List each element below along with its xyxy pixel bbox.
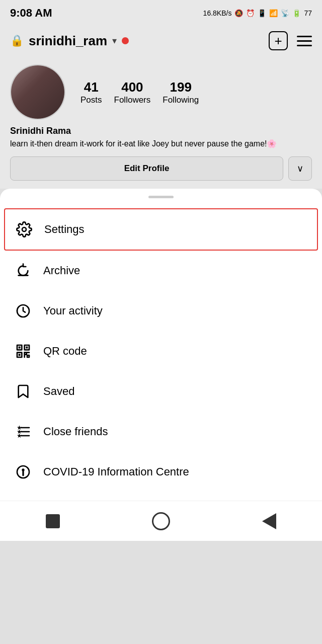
profile-name: Srinidhi Rama: [10, 126, 312, 136]
followers-label: Followers: [114, 95, 151, 105]
avatar-image: [11, 65, 64, 119]
menu-item-covid[interactable]: COVID-19 Information Centre: [0, 452, 322, 492]
saved-icon: [14, 382, 32, 400]
posts-label: Posts: [80, 95, 102, 105]
settings-icon: [15, 220, 33, 238]
nav-back-button[interactable]: [46, 514, 60, 528]
svg-point-21: [23, 469, 24, 471]
wifi-icon: 📡: [281, 9, 289, 17]
followers-count: 400: [121, 79, 143, 95]
settings-label: Settings: [44, 223, 85, 236]
lock-icon: 🔒: [10, 34, 24, 47]
add-content-button[interactable]: +: [269, 31, 288, 50]
header-right: +: [269, 31, 312, 50]
menu-item-activity[interactable]: Your activity: [0, 291, 322, 331]
activity-label: Your activity: [43, 304, 103, 317]
menu-item-qrcode[interactable]: QR code: [0, 331, 322, 371]
status-time: 9:08 AM: [10, 7, 52, 20]
sheet-handle: [148, 196, 174, 198]
svg-rect-11: [27, 355, 29, 357]
nav-recent-button[interactable]: [262, 513, 276, 529]
battery-icon: 🔋: [292, 9, 301, 17]
close-friends-label: Close friends: [43, 425, 108, 438]
notification-dot: [122, 37, 129, 44]
following-count: 199: [170, 79, 191, 95]
svg-rect-6: [19, 347, 21, 349]
menu-item-saved[interactable]: Saved: [0, 371, 322, 412]
profile-section: 41 Posts 400 Followers 199 Following Sri…: [0, 57, 322, 189]
svg-rect-7: [26, 347, 28, 349]
square-icon: [46, 514, 60, 528]
profile-bio: learn it-then dream it-work for it-eat l…: [10, 138, 312, 149]
edit-profile-button[interactable]: Edit Profile: [10, 156, 283, 181]
qr-code-icon: [14, 342, 32, 360]
following-stat[interactable]: 199 Following: [163, 79, 199, 105]
nav-home-button[interactable]: [152, 512, 170, 530]
posts-stat[interactable]: 41 Posts: [80, 79, 102, 105]
network-speed: 16.8KB/s: [203, 9, 232, 17]
battery-level: 77: [304, 9, 312, 17]
mute-icon: 🔕: [234, 9, 243, 17]
archive-icon: [14, 262, 32, 280]
menu-button[interactable]: [297, 36, 312, 46]
archive-label: Archive: [43, 264, 80, 277]
profile-header: 🔒 srinidhi_ram ▾ +: [0, 26, 322, 57]
edit-profile-row: Edit Profile ∨: [10, 156, 312, 181]
plus-icon: +: [274, 33, 282, 49]
status-icons: 16.8KB/s 🔕 ⏰ 📱 📶 📡 🔋 77: [203, 9, 312, 17]
saved-label: Saved: [43, 385, 74, 398]
bottom-sheet: Settings Archive Your activity: [0, 189, 322, 541]
status-bar: 9:08 AM 16.8KB/s 🔕 ⏰ 📱 📶 📡 🔋 77: [0, 0, 322, 26]
triangle-icon: [262, 513, 276, 529]
alarm-icon: ⏰: [246, 9, 255, 17]
chevron-down-icon[interactable]: ▾: [112, 35, 117, 46]
svg-point-0: [22, 227, 26, 231]
header-left: 🔒 srinidhi_ram ▾: [10, 33, 129, 49]
svg-rect-8: [19, 354, 21, 356]
followers-stat[interactable]: 400 Followers: [114, 79, 151, 105]
profile-top: 41 Posts 400 Followers 199 Following: [10, 64, 312, 120]
qrcode-label: QR code: [43, 345, 87, 358]
menu-item-settings[interactable]: Settings: [4, 208, 318, 251]
menu-item-archive[interactable]: Archive: [0, 251, 322, 291]
username-label[interactable]: srinidhi_ram: [29, 33, 107, 49]
screen-icon: 📱: [258, 9, 266, 17]
navigation-bar: [0, 501, 322, 541]
avatar[interactable]: [10, 64, 65, 120]
circle-icon: [152, 512, 170, 530]
svg-text:★: ★: [17, 432, 22, 439]
svg-rect-10: [25, 353, 27, 355]
following-label: Following: [163, 95, 199, 105]
chevron-icon: ∨: [297, 164, 303, 174]
menu-item-close-friends[interactable]: ★ ★ ★ Close friends: [0, 412, 322, 452]
stats-row: 41 Posts 400 Followers 199 Following: [80, 79, 199, 105]
signal-icon: 📶: [269, 9, 278, 17]
covid-label: COVID-19 Information Centre: [43, 465, 189, 478]
activity-icon: [14, 302, 32, 320]
covid-icon: [14, 463, 32, 481]
close-friends-icon: ★ ★ ★: [14, 423, 32, 441]
posts-count: 41: [84, 79, 99, 95]
profile-more-button[interactable]: ∨: [288, 156, 312, 181]
